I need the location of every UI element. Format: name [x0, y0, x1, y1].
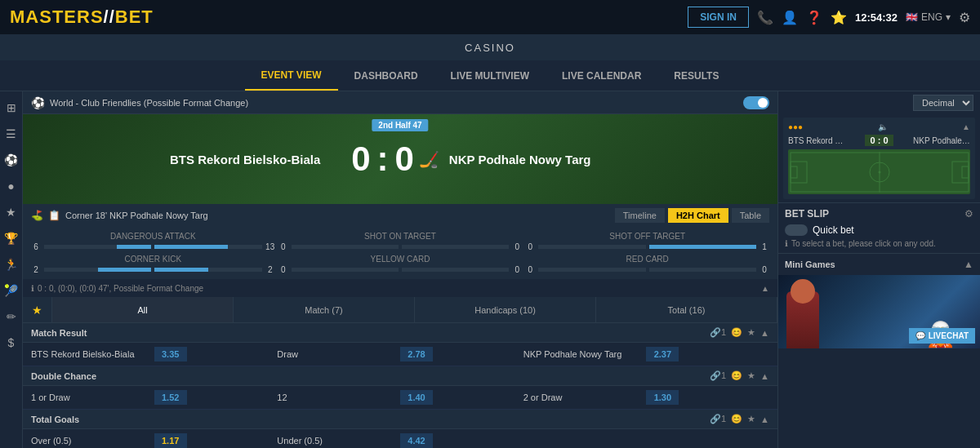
dc-chevron-icon[interactable]: ▲ [760, 371, 769, 381]
bet-tab-all[interactable]: All [52, 297, 234, 322]
tg-star-icon[interactable]: ★ [747, 414, 755, 424]
phone-icon[interactable]: 📞 [757, 10, 773, 25]
stat-shot-off-target-left: 0 [525, 242, 535, 251]
mini-games-header: Mini Games ▲ [778, 254, 980, 275]
mini-games-title: Mini Games [785, 259, 835, 269]
stat-shot-off-target-right: 1 [760, 242, 769, 251]
dc-star-icon[interactable]: ★ [747, 370, 755, 381]
bet-slip-header: BET SLIP ⚙ [785, 208, 973, 220]
stat-dangerous-attack-label: DANGEROUS ATTACK [110, 232, 196, 241]
info-bar: ℹ 0 : 0, (0:0), (0:0) 47', Possible Form… [23, 279, 777, 297]
mini-expand-icon[interactable]: ▲ [962, 122, 970, 131]
tg-under05-odds[interactable]: 4.42 [400, 433, 433, 448]
odds-group-double-chance-header: Double Chance 🔗1 😊 ★ ▲ [23, 366, 777, 386]
mini-games-chevron[interactable]: ▲ [964, 259, 973, 270]
tg-under05-cell: Under (0.5) [277, 436, 400, 446]
tg-over05-odds[interactable]: 1.17 [154, 433, 187, 448]
hint-message: To select a bet, please click on any odd… [791, 239, 936, 248]
chevron-up-icon[interactable]: ▲ [761, 284, 769, 293]
sidebar-menu-icon[interactable]: ☰ [2, 124, 21, 144]
event-text: ⛳ 📋 Corner 18' NKP Podhale Nowy Targ [31, 210, 208, 221]
sidebar-grid-icon[interactable]: ⊞ [2, 98, 21, 118]
stat-red-card-label: RED CARD [626, 255, 669, 264]
tab-event-view[interactable]: EVENT VIEW [245, 61, 338, 91]
match-result-row: BTS Rekord Bielsko-Biala 3.35 Draw 2.78 … [23, 343, 777, 366]
bet-tab-match[interactable]: Match (7) [234, 297, 415, 322]
sound-icon[interactable]: 🔈 [878, 122, 888, 131]
dc-smiley-icon[interactable]: 😊 [731, 370, 742, 381]
tg-link-icon[interactable]: 🔗1 [710, 414, 726, 424]
dc-home-label: 1 or Draw [31, 393, 70, 402]
tg-under05-label: Under (0.5) [277, 436, 323, 446]
bet-tab-total[interactable]: Total (16) [596, 297, 777, 322]
help-icon[interactable]: ❓ [806, 10, 822, 25]
bet-slip-gear-icon[interactable]: ⚙ [964, 208, 973, 220]
bet-slip-title: BET SLIP [785, 208, 829, 220]
away-odds-value[interactable]: 2.37 [646, 347, 679, 362]
stat-dangerous-attack-right: 13 [265, 242, 275, 251]
team-away-icon: 🏒 [419, 149, 439, 169]
odds-section: Match Result 🔗1 😊 ★ ▲ BTS Rekord Bielsko… [23, 323, 777, 448]
tab-live-calendar[interactable]: LIVE CALENDAR [546, 62, 657, 90]
right-top: Decimal [778, 91, 980, 114]
livechat-button[interactable]: 💬 LIVECHAT [909, 328, 975, 344]
tab-live-multiview[interactable]: LIVE MULTIVIEW [434, 62, 546, 90]
home-cell: BTS Rekord Bielsko-Biala [31, 349, 154, 359]
dc-home-odds[interactable]: 1.52 [154, 390, 187, 405]
stat-shot-off-target-label: SHOT OFF TARGET [609, 232, 685, 241]
star-icon[interactable]: ⭐ [831, 10, 847, 25]
tab-dashboard[interactable]: DASHBOARD [338, 62, 434, 90]
sidebar-soccer-icon[interactable]: ⚽ [2, 150, 21, 170]
info-circle-icon: ℹ [785, 239, 788, 248]
fav-star-icon[interactable]: ★ [747, 327, 755, 338]
h2h-chart-tab[interactable]: H2H Chart [668, 208, 728, 223]
odds-group-double-chance-title: Double Chance [31, 371, 96, 381]
table-tab[interactable]: Table [732, 208, 769, 223]
decimal-select[interactable]: Decimal [913, 95, 973, 111]
odds-group-dc-actions: 🔗1 😊 ★ ▲ [710, 370, 769, 381]
odds-group-actions: 🔗1 😊 ★ ▲ [710, 327, 769, 338]
mini-score-row: BTS Rekord Biel... 0 : 0 NKP Podhale N..… [788, 135, 970, 146]
sidebar-star2-icon[interactable]: ★ [2, 202, 21, 222]
tg-chevron-icon[interactable]: ▲ [760, 415, 769, 424]
sidebar-dollar-icon[interactable]: $ [2, 333, 21, 353]
dc-away-odds-cell: 1.30 [646, 390, 769, 405]
timeline-tab[interactable]: Timeline [615, 208, 665, 223]
chevron-up-icon2[interactable]: ▲ [760, 328, 769, 338]
dc-draw-odds[interactable]: 1.40 [400, 390, 433, 405]
mini-games-section: Mini Games ▲ 🧝 💬 LIVECHAT [778, 253, 980, 348]
sidebar-edit-icon[interactable]: ✏ [2, 307, 21, 326]
link-icon[interactable]: 🔗1 [710, 327, 726, 338]
stat-shot-on-target-label: SHOT ON TARGET [364, 232, 436, 241]
bet-slip-section: BET SLIP ⚙ Quick bet ℹ To select a bet, … [778, 202, 980, 253]
dc-away-label: 2 or Draw [523, 393, 563, 402]
draw-odds-value[interactable]: 2.78 [400, 347, 433, 362]
tab-results[interactable]: RESULTS [657, 62, 735, 90]
home-odds-value[interactable]: 3.35 [154, 347, 187, 362]
casino-bar: CASINO [0, 34, 980, 60]
stat-corner-kick: CORNER KICK 2 2 [31, 255, 275, 274]
dc-away-odds[interactable]: 1.30 [646, 390, 679, 405]
stat-red-card-left: 0 [525, 265, 535, 274]
favorites-star[interactable]: ★ [23, 297, 52, 322]
sidebar-person-icon[interactable]: 🏃 [2, 255, 21, 274]
bet-tab-handicaps[interactable]: Handicaps (10) [415, 297, 596, 322]
sign-in-button[interactable]: SIGN IN [688, 7, 749, 28]
lang-label: ENG [921, 11, 942, 23]
dc-draw-odds-cell: 1.40 [400, 390, 523, 405]
sidebar-tennis-icon[interactable]: 🎾 [2, 281, 21, 300]
toggle-switch[interactable] [743, 96, 769, 109]
smiley-icon[interactable]: 😊 [731, 327, 742, 338]
time-display: 12:54:32 [855, 11, 898, 24]
dc-home-cell: 1 or Draw [31, 393, 154, 402]
stat-shot-off-target: SHOT OFF TARGET 0 1 [525, 232, 769, 251]
sidebar-circle-icon[interactable]: ● [2, 176, 21, 196]
gear-icon[interactable]: ⚙ [959, 10, 970, 25]
away-odds-cell: 2.37 [646, 347, 769, 362]
quick-bet-toggle[interactable] [785, 224, 808, 236]
sidebar-trophy-icon[interactable]: 🏆 [2, 228, 21, 248]
user-icon[interactable]: 👤 [782, 10, 798, 25]
tg-smiley-icon[interactable]: 😊 [731, 414, 742, 424]
dc-link-icon[interactable]: 🔗1 [710, 370, 726, 381]
language-selector[interactable]: 🇬🇧 ENG ▾ [906, 11, 951, 23]
